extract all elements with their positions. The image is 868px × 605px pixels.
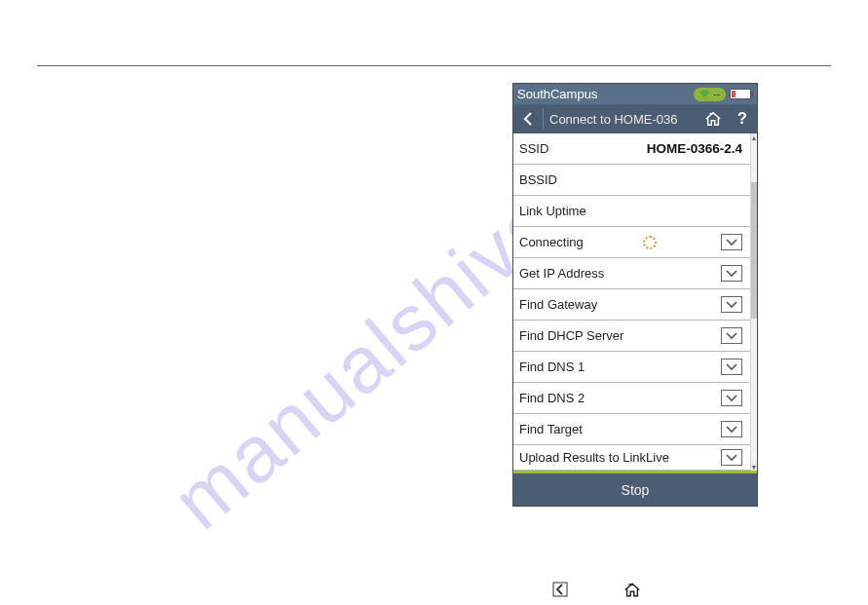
page-top-rule <box>37 65 831 66</box>
row-get-ip[interactable]: Get IP Address <box>513 258 750 289</box>
expand-find-gateway[interactable] <box>721 296 742 313</box>
chevron-down-icon <box>726 453 737 463</box>
chevron-down-icon <box>726 269 737 279</box>
ssid-label: SSID <box>519 141 548 156</box>
get-ip-label: Get IP Address <box>519 266 604 281</box>
row-link-uptime: Link Uptime <box>513 196 750 227</box>
scroll-down-icon[interactable]: ▼ <box>751 463 757 471</box>
row-connecting[interactable]: Connecting <box>513 227 750 258</box>
bssid-label: BSSID <box>519 172 557 187</box>
expand-upload[interactable] <box>721 449 742 466</box>
home-icon <box>704 111 722 127</box>
scroll-up-icon[interactable]: ▲ <box>751 133 757 141</box>
chevron-down-icon <box>726 394 737 403</box>
back-ref-icon <box>551 581 569 598</box>
chevron-down-icon <box>726 331 737 341</box>
row-find-target[interactable]: Find Target <box>513 414 750 445</box>
row-bssid: BSSID <box>513 165 750 196</box>
find-dns1-label: Find DNS 1 <box>519 359 585 374</box>
find-dns2-label: Find DNS 2 <box>519 391 585 405</box>
upload-label: Upload Results to LinkLive <box>519 450 669 465</box>
battery-icon <box>730 89 751 99</box>
page-reference-icons <box>551 581 641 598</box>
find-gateway-label: Find Gateway <box>519 297 597 312</box>
wifi-indicator: -- <box>694 88 726 101</box>
home-button[interactable] <box>698 104 728 133</box>
screen-title: Connect to HOME-036 <box>544 112 698 127</box>
profile-name: SouthCampus <box>517 87 597 101</box>
scrollbar-thumb[interactable] <box>751 182 757 319</box>
link-uptime-label: Link Uptime <box>519 204 586 218</box>
chevron-down-icon <box>726 362 737 372</box>
title-bar: Connect to HOME-036 ? <box>513 104 757 133</box>
back-button[interactable] <box>513 104 543 133</box>
chevron-left-icon <box>522 112 534 126</box>
chevron-down-icon <box>726 300 737 310</box>
chevron-down-icon <box>726 238 737 247</box>
connecting-label: Connecting <box>519 235 584 249</box>
stop-button-label: Stop <box>622 482 650 498</box>
expand-find-target[interactable] <box>721 421 742 437</box>
ssid-value: HOME-0366-2.4 <box>554 141 742 156</box>
status-bar: SouthCampus -- <box>513 84 757 104</box>
row-find-dhcp[interactable]: Find DHCP Server <box>513 321 750 352</box>
row-find-dns2[interactable]: Find DNS 2 <box>513 383 750 414</box>
row-upload[interactable]: Upload Results to LinkLive <box>513 445 750 471</box>
expand-find-dhcp[interactable] <box>721 327 742 344</box>
row-find-dns1[interactable]: Find DNS 1 <box>513 352 750 383</box>
find-target-label: Find Target <box>519 422 583 436</box>
row-ssid: SSID HOME-0366-2.4 <box>513 133 750 165</box>
find-dhcp-label: Find DHCP Server <box>519 328 623 343</box>
device-frame: SouthCampus -- Connect to HOME-036 ? <box>512 83 758 507</box>
loading-spinner-icon <box>643 236 657 249</box>
content-area: SSID HOME-0366-2.4 BSSID Link Uptime Con… <box>513 133 757 471</box>
wifi-icon <box>699 89 710 99</box>
expand-connecting[interactable] <box>721 234 742 250</box>
help-button[interactable]: ? <box>728 104 757 133</box>
stop-button[interactable]: Stop <box>513 473 757 506</box>
expand-get-ip[interactable] <box>721 265 742 282</box>
row-find-gateway[interactable]: Find Gateway <box>513 289 750 321</box>
scrollbar[interactable]: ▲ ▼ <box>750 133 757 471</box>
expand-find-dns2[interactable] <box>721 390 742 406</box>
home-ref-icon <box>623 581 641 598</box>
expand-find-dns1[interactable] <box>721 359 742 375</box>
svg-rect-0 <box>553 583 567 596</box>
wifi-text: -- <box>713 89 720 99</box>
chevron-down-icon <box>726 425 737 435</box>
